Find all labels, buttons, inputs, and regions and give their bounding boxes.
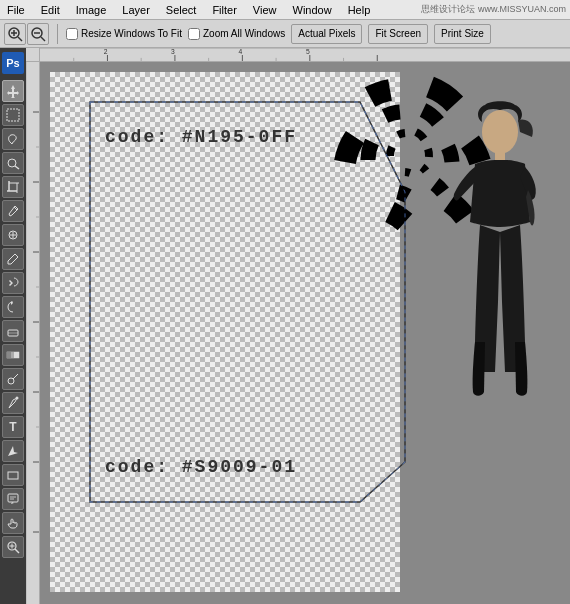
- fit-screen-button[interactable]: Fit Screen: [368, 24, 428, 44]
- move-tool[interactable]: [2, 80, 24, 102]
- menu-filter[interactable]: Filter: [209, 4, 239, 16]
- canvas[interactable]: code: #N195-0FF code: #S9009-01: [40, 62, 570, 604]
- svg-line-1: [18, 37, 22, 41]
- brush-tool[interactable]: [2, 248, 24, 270]
- rectangular-marquee-tool[interactable]: [2, 104, 24, 126]
- shape-tool[interactable]: [2, 464, 24, 486]
- pen-tool[interactable]: [2, 392, 24, 414]
- quick-selection-tool[interactable]: [2, 152, 24, 174]
- svg-text:code: #S9009-01: code: #S9009-01: [105, 457, 297, 477]
- tools-panel: Ps: [0, 48, 26, 604]
- zoom-out-button[interactable]: [27, 23, 49, 45]
- options-bar: Resize Windows To Fit Zoom All Windows A…: [0, 20, 570, 48]
- svg-rect-24: [11, 352, 14, 358]
- zoom-all-label: Zoom All Windows: [203, 28, 285, 39]
- watermark: 思维设计论坛 www.MISSYUAN.com: [421, 3, 566, 16]
- clone-stamp-tool[interactable]: [2, 272, 24, 294]
- zoom-controls: [4, 23, 49, 45]
- eraser-tool[interactable]: [2, 320, 24, 342]
- svg-rect-8: [7, 109, 19, 121]
- zoom-all-checkbox[interactable]: [188, 28, 200, 40]
- healing-brush-tool[interactable]: [2, 224, 24, 246]
- ps-logo: Ps: [2, 52, 24, 74]
- svg-text:5: 5: [306, 48, 310, 55]
- notes-tool[interactable]: [2, 488, 24, 510]
- eyedropper-tool[interactable]: [2, 200, 24, 222]
- resize-windows-checkbox[interactable]: [66, 28, 78, 40]
- history-brush-tool[interactable]: [2, 296, 24, 318]
- zoom-in-button[interactable]: [4, 23, 26, 45]
- lasso-tool[interactable]: [2, 128, 24, 150]
- svg-rect-25: [14, 352, 19, 358]
- menu-help[interactable]: Help: [345, 4, 374, 16]
- menu-file[interactable]: File: [4, 4, 28, 16]
- menu-layer[interactable]: Layer: [119, 4, 153, 16]
- main-area: Ps: [0, 48, 570, 604]
- resize-windows-group: Resize Windows To Fit: [66, 28, 182, 40]
- svg-text:4: 4: [239, 48, 243, 55]
- zoom-tool[interactable]: [2, 536, 24, 558]
- path-selection-tool[interactable]: [2, 440, 24, 462]
- svg-text:code: #N195-0FF: code: #N195-0FF: [105, 127, 297, 147]
- dodge-tool[interactable]: [2, 368, 24, 390]
- canvas-area[interactable]: 2 3 4 5: [26, 48, 570, 604]
- svg-rect-23: [7, 352, 11, 358]
- svg-marker-70: [90, 102, 405, 502]
- text-tool[interactable]: T: [2, 416, 24, 438]
- menu-bar: File Edit Image Layer Select Filter View…: [0, 0, 570, 20]
- svg-rect-29: [8, 472, 18, 479]
- svg-point-68: [482, 110, 518, 154]
- svg-line-27: [13, 374, 18, 379]
- ruler-left: [26, 62, 40, 604]
- resize-windows-label: Resize Windows To Fit: [81, 28, 182, 39]
- ruler-corner: [26, 48, 40, 62]
- gradient-tool[interactable]: [2, 344, 24, 366]
- separator-1: [57, 24, 58, 44]
- crop-tool[interactable]: [2, 176, 24, 198]
- print-size-button[interactable]: Print Size: [434, 24, 491, 44]
- svg-line-10: [15, 166, 19, 169]
- svg-point-28: [16, 397, 19, 400]
- menu-image[interactable]: Image: [73, 4, 110, 16]
- actual-pixels-button[interactable]: Actual Pixels: [291, 24, 362, 44]
- menu-edit[interactable]: Edit: [38, 4, 63, 16]
- svg-text:2: 2: [104, 48, 108, 55]
- svg-marker-7: [7, 85, 19, 98]
- svg-line-19: [16, 255, 18, 257]
- svg-marker-65: [90, 102, 405, 502]
- svg-line-5: [41, 37, 45, 41]
- ruler-top: 2 3 4 5: [40, 48, 570, 62]
- svg-line-34: [15, 549, 19, 553]
- canvas-artwork: code: #N195-0FF code: #S9009-01: [50, 72, 560, 604]
- svg-point-9: [8, 159, 16, 167]
- menu-view[interactable]: View: [250, 4, 280, 16]
- svg-rect-30: [8, 494, 18, 502]
- hand-tool[interactable]: [2, 512, 24, 534]
- menu-select[interactable]: Select: [163, 4, 200, 16]
- zoom-all-group: Zoom All Windows: [188, 28, 285, 40]
- menu-window[interactable]: Window: [290, 4, 335, 16]
- svg-text:3: 3: [171, 48, 175, 55]
